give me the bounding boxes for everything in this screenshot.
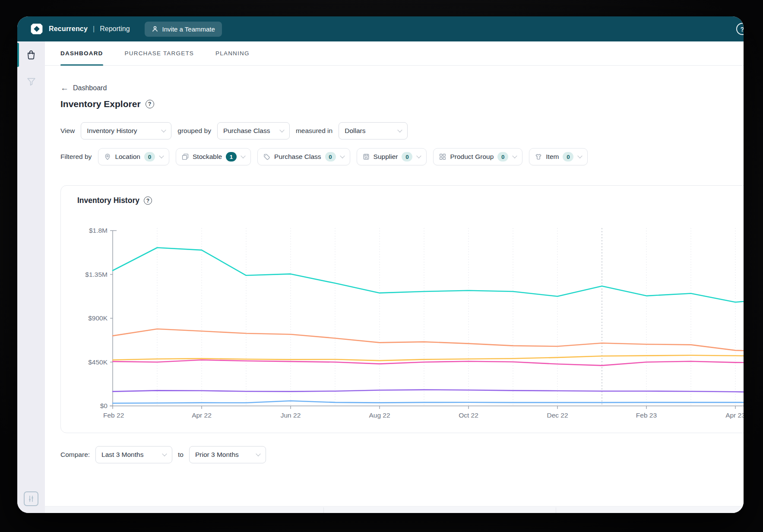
chevron-down-icon [162,451,167,456]
tag-icon [263,153,270,160]
view-controls-row: View Inventory History grouped by Purcha… [60,122,744,139]
filter-count-badge: 0 [144,152,155,162]
column-divider [556,507,556,513]
page-title-row: Inventory Explorer ? [60,99,744,109]
location-pin-icon [104,153,111,160]
compare-from-select[interactable]: Last 3 Months [95,446,172,463]
inventory-history-chart[interactable]: $0$450K$900K$1.35M$1.8MFeb 22Apr 22Jun 2… [61,212,744,433]
shopping-bag-icon [25,49,37,60]
left-sidebar [17,41,45,513]
card-help-icon[interactable]: ? [144,196,152,205]
svg-text:$450K: $450K [88,358,108,366]
shirt-icon [535,153,542,160]
back-link-label: Dashboard [73,84,107,92]
back-link[interactable]: ← Dashboard [60,84,107,92]
tab-bar: DASHBOARD PURCHASE TARGETS PLANNING [45,41,744,66]
view-select[interactable]: Inventory History [81,122,171,139]
page-help-icon[interactable]: ? [146,100,154,108]
invite-teammate-button[interactable]: Invite a Teammate [145,22,222,37]
invite-teammate-label: Invite a Teammate [162,25,215,33]
filter-chip-purchase-class[interactable]: Purchase Class 0 [257,148,350,165]
brand-divider: | [93,25,95,33]
brand-name: Recurrency [49,25,88,33]
table-header-strip [45,506,744,513]
svg-text:Aug 22: Aug 22 [369,412,390,419]
back-arrow-icon: ← [60,84,69,92]
svg-text:Apr 23: Apr 23 [725,412,744,419]
filter-count-badge: 0 [402,152,412,162]
filter-chip-item[interactable]: Item 0 [529,148,588,165]
chevron-down-icon [398,127,402,132]
tab-planning[interactable]: PLANNING [215,41,250,65]
tab-dashboard[interactable]: DASHBOARD [60,41,103,65]
chevron-down-icon [513,153,517,158]
chevron-down-icon [417,153,421,158]
compare-to-label: to [178,451,184,459]
filter-chip-stockable[interactable]: Stockable 1 [176,148,251,165]
filter-count-badge: 0 [497,152,508,162]
filtered-by-label: Filtered by [60,153,92,161]
filter-row: Filtered by Location 0 [60,148,744,165]
chevron-down-icon [159,153,164,158]
sidebar-item-purchasing[interactable] [17,41,45,68]
compare-to-select[interactable]: Prior 3 Months [189,446,266,463]
filter-count-badge: 0 [563,152,573,162]
card-title-row: Inventory History ? [61,186,744,205]
card-title: Inventory History [77,196,139,205]
tab-purchase-targets[interactable]: PURCHASE TARGETS [125,41,194,65]
page-content: ← Dashboard Inventory Explorer ? View In… [45,84,744,463]
chevron-down-icon [340,153,345,158]
svg-text:$1.8M: $1.8M [89,227,108,234]
screenshot-stage: Recurrency | Reporting Invite a Teammate… [0,0,763,532]
help-bubble-icon[interactable]: ? [736,23,744,35]
chevron-down-icon [241,153,245,158]
svg-text:Apr 22: Apr 22 [192,412,212,419]
app-window: Recurrency | Reporting Invite a Teammate… [17,16,744,513]
box-icon [182,153,189,160]
svg-text:$0: $0 [100,402,108,409]
chevron-down-icon [279,127,284,132]
grid-icon [439,153,446,160]
funnel-icon [26,76,37,87]
svg-text:Jun 22: Jun 22 [281,412,301,419]
svg-text:Dec 22: Dec 22 [547,412,568,419]
compare-row: Compare: Last 3 Months to Prior 3 Months [60,446,744,463]
chevron-down-icon [578,153,583,158]
filter-count-badge: 1 [226,152,237,162]
section-name: Reporting [100,25,130,33]
storefront-icon [363,153,370,160]
compare-label: Compare: [60,451,90,459]
svg-text:$900K: $900K [88,314,108,322]
person-icon [152,25,158,32]
chevron-down-icon [161,127,166,132]
page-title: Inventory Explorer [60,99,141,109]
grouped-by-select[interactable]: Purchase Class [217,122,290,139]
svg-text:Feb 22: Feb 22 [103,412,124,419]
adjustments-button[interactable] [24,491,38,506]
sidebar-item-filters[interactable] [17,68,45,95]
chevron-down-icon [256,451,260,456]
svg-text:Oct 22: Oct 22 [459,412,478,419]
recurrency-logo-icon [30,22,43,35]
filter-count-badge: 0 [325,152,336,162]
column-divider [323,507,324,513]
filter-chip-location[interactable]: Location 0 [98,148,169,165]
svg-text:Feb 23: Feb 23 [636,412,657,419]
svg-text:$1.35M: $1.35M [85,271,108,278]
top-navigation-bar: Recurrency | Reporting Invite a Teammate… [17,16,744,41]
filter-chip-product-group[interactable]: Product Group 0 [433,148,522,165]
measured-in-select[interactable]: Dollars [339,122,408,139]
grouped-by-label: grouped by [177,127,211,135]
sidebar-bottom [17,491,45,506]
sliders-icon [27,494,35,503]
filter-chip-supplier[interactable]: Supplier 0 [357,148,427,165]
inventory-history-card: Inventory History ? $0$450K$900K$1.35M$1… [60,185,744,433]
measured-in-label: measured in [296,127,332,135]
main-area: DASHBOARD PURCHASE TARGETS PLANNING ← Da… [45,41,744,513]
view-label: View [60,127,75,135]
